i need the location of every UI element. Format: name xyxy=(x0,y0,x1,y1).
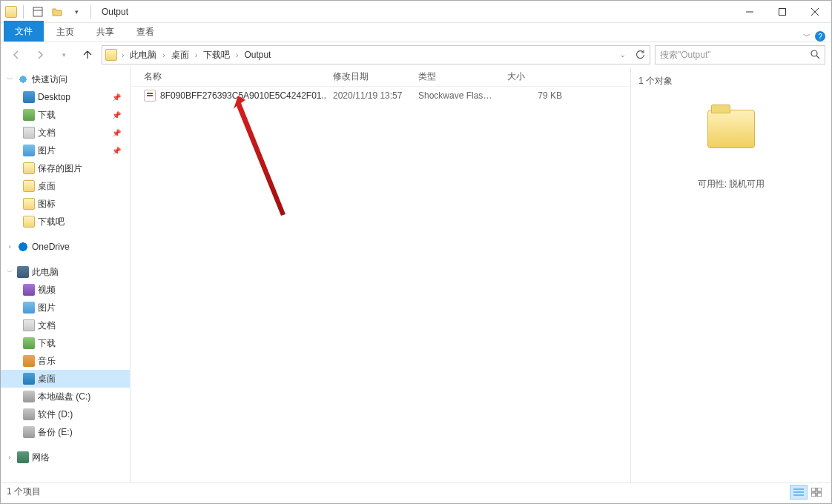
tree-disk-c[interactable]: 本地磁盘 (C:) xyxy=(1,388,130,405)
folder-icon xyxy=(23,180,35,192)
pictures-icon xyxy=(23,302,35,314)
svg-rect-12 xyxy=(817,488,822,491)
tree-downloads2[interactable]: 下载 xyxy=(1,334,130,352)
breadcrumb-item[interactable]: 桌面 xyxy=(168,47,192,64)
column-type[interactable]: 类型 xyxy=(412,67,501,86)
pin-icon: 📌 xyxy=(112,111,121,119)
search-input[interactable] xyxy=(660,50,820,60)
qat-new-folder-icon[interactable] xyxy=(49,4,65,20)
pictures-icon xyxy=(23,145,35,156)
file-type: Shockwave Flash... xyxy=(412,89,501,102)
tree-documents[interactable]: 文档 📌 xyxy=(1,124,130,142)
pin-icon: 📌 xyxy=(112,147,121,155)
tree-label: 视频 xyxy=(38,284,56,296)
tree-this-pc[interactable]: ﹀ 此电脑 xyxy=(1,263,130,281)
folder-icon xyxy=(23,198,35,210)
expander-icon[interactable]: › xyxy=(5,243,14,251)
tree-documents2[interactable]: 文档 xyxy=(1,316,130,334)
chevron-right-icon[interactable]: › xyxy=(234,51,240,59)
svg-rect-14 xyxy=(817,493,822,497)
pin-icon: 📌 xyxy=(112,93,121,102)
tree-icons[interactable]: 图标 xyxy=(1,195,130,213)
tree-label: 备份 (E:) xyxy=(38,426,73,439)
window-folder-icon xyxy=(5,6,17,18)
address-folder-icon xyxy=(105,49,117,61)
details-status: 可用性: 脱机可用 xyxy=(698,178,765,190)
tree-disk-e[interactable]: 备份 (E:) xyxy=(1,423,130,441)
music-icon xyxy=(23,355,35,367)
tree-pictures[interactable]: 图片 📌 xyxy=(1,142,130,159)
help-icon[interactable]: ? xyxy=(815,31,825,42)
tree-quick-access[interactable]: ﹀ 快速访问 xyxy=(1,70,130,88)
chevron-right-icon[interactable]: › xyxy=(161,51,166,59)
view-thumbnails-button[interactable] xyxy=(808,485,825,500)
chevron-right-icon[interactable]: › xyxy=(120,51,125,59)
column-headers: 名称 修改日期 类型 大小 xyxy=(131,67,630,87)
tab-home[interactable]: 主页 xyxy=(45,22,85,42)
tree-label: OneDrive xyxy=(32,242,70,252)
close-button[interactable] xyxy=(799,1,831,22)
refresh-icon[interactable] xyxy=(632,47,648,63)
svg-rect-3 xyxy=(779,8,786,15)
tree-network[interactable]: › 网络 xyxy=(1,448,130,466)
folder-icon xyxy=(23,216,35,228)
nav-back-button[interactable] xyxy=(7,45,26,64)
column-date[interactable]: 修改日期 xyxy=(327,67,412,86)
tree-label: 下载吧 xyxy=(38,216,65,228)
tree-music[interactable]: 音乐 xyxy=(1,352,130,370)
disk-icon xyxy=(23,391,35,402)
tree-desktop2[interactable]: 桌面 xyxy=(1,177,130,195)
view-details-button[interactable] xyxy=(790,485,808,500)
expander-icon[interactable]: › xyxy=(5,454,14,461)
address-dropdown-icon[interactable]: ⌵ xyxy=(614,47,630,63)
svg-rect-0 xyxy=(33,7,42,16)
column-size[interactable]: 大小 xyxy=(501,67,568,86)
file-date: 2020/11/19 13:57 xyxy=(327,89,412,102)
tree-label: 快速访问 xyxy=(32,73,67,86)
expander-icon[interactable]: ﹀ xyxy=(5,268,14,277)
tree-label: 下载 xyxy=(38,337,56,350)
tree-pictures2[interactable]: 图片 xyxy=(1,299,130,316)
tree-desktop[interactable]: Desktop 📌 xyxy=(1,88,130,106)
minimize-button[interactable] xyxy=(733,1,766,22)
tree-saved-pictures[interactable]: 保存的图片 xyxy=(1,159,130,177)
window-title: Output xyxy=(102,7,128,17)
tree-label: 图片 xyxy=(38,302,56,314)
chevron-right-icon[interactable]: › xyxy=(194,51,199,59)
tree-onedrive[interactable]: › OneDrive xyxy=(1,238,130,256)
search-icon[interactable] xyxy=(810,49,820,62)
svg-line-7 xyxy=(816,56,819,59)
qat-customize-dropdown[interactable]: ▾ xyxy=(68,4,85,20)
tree-disk-d[interactable]: 软件 (D:) xyxy=(1,405,130,423)
nav-forward-button[interactable] xyxy=(30,45,50,64)
qat-properties-icon[interactable] xyxy=(30,4,46,20)
documents-icon xyxy=(23,319,35,331)
tree-desktop3[interactable]: 桌面 xyxy=(1,370,130,388)
tree-xiazaiba[interactable]: 下载吧 xyxy=(1,213,130,231)
column-name[interactable]: 名称 xyxy=(138,67,327,86)
tab-file[interactable]: 文件 xyxy=(4,21,44,42)
nav-recent-dropdown[interactable]: ▾ xyxy=(54,45,73,64)
videos-icon xyxy=(23,284,35,296)
details-pane: 1 个对象 可用性: 脱机可用 xyxy=(631,67,831,483)
breadcrumb-item[interactable]: 下载吧 xyxy=(200,47,233,64)
breadcrumb-item[interactable]: 此电脑 xyxy=(127,47,159,64)
quick-access-icon xyxy=(17,73,29,85)
ribbon-collapse-icon[interactable]: ﹀ xyxy=(803,31,810,42)
tree-videos[interactable]: 视频 xyxy=(1,281,130,299)
desktop-icon xyxy=(23,91,35,103)
tree-downloads[interactable]: 下载 📌 xyxy=(1,106,130,124)
tab-share[interactable]: 共享 xyxy=(85,22,125,42)
file-row[interactable]: 8F090BFF276393C5A9010E5C4242F01... 2020/… xyxy=(131,87,630,105)
address-bar[interactable]: › 此电脑 › 桌面 › 下载吧 › Output ⌵ xyxy=(102,45,650,64)
status-item-count: 1 个项目 xyxy=(7,485,41,498)
title-bar: ▾ Output xyxy=(1,1,831,23)
tab-view[interactable]: 查看 xyxy=(125,22,165,42)
navigation-tree[interactable]: ﹀ 快速访问 Desktop 📌 下载 📌 文档 📌 图片 📌 保存的图片 xyxy=(1,67,131,483)
nav-up-button[interactable] xyxy=(78,45,97,64)
expander-icon[interactable]: ﹀ xyxy=(5,75,14,84)
breadcrumb-item[interactable]: Output xyxy=(241,47,274,62)
maximize-button[interactable] xyxy=(766,1,799,22)
ribbon-tabs: 文件 主页 共享 查看 ﹀ ? xyxy=(1,23,831,42)
search-box[interactable] xyxy=(655,45,825,64)
